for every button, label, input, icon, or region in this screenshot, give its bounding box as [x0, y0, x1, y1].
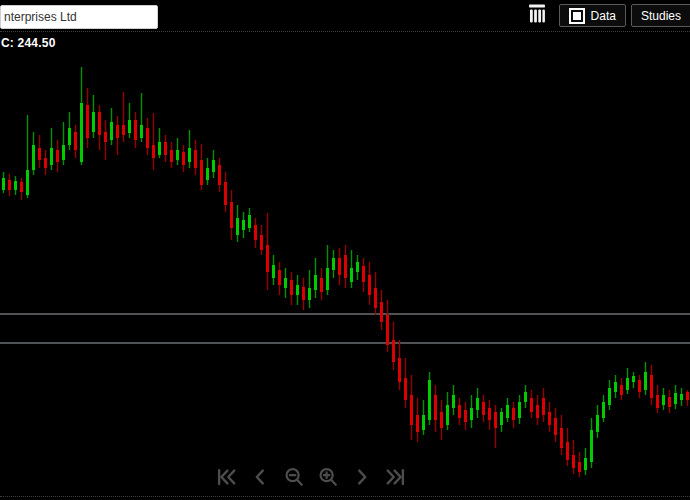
- data-toggle-button[interactable]: Data: [559, 4, 626, 27]
- skip-to-end-button[interactable]: [385, 464, 407, 490]
- chevron-right-icon: [351, 465, 373, 489]
- studies-button-label: Studies: [641, 9, 681, 23]
- skip-to-start-icon: [215, 465, 237, 489]
- zoom-out-icon: [283, 465, 305, 489]
- chart-application: C: 244.50 Data Stu: [0, 0, 690, 500]
- chevron-left-icon: [249, 465, 271, 489]
- bank-icon: [528, 3, 546, 28]
- skip-to-start-button[interactable]: [215, 464, 237, 490]
- symbol-input[interactable]: [0, 5, 158, 29]
- top-toolbar: Data Studies: [0, 0, 690, 32]
- toolbar-right-group: Data Studies: [528, 0, 690, 31]
- zoom-in-button[interactable]: [317, 464, 339, 490]
- chart-nav: [215, 464, 407, 490]
- checkbox-checked-icon: [569, 8, 585, 24]
- data-button-label: Data: [591, 9, 616, 23]
- bank-button[interactable]: [528, 3, 546, 28]
- skip-to-end-icon: [385, 465, 407, 489]
- bottom-divider: [0, 496, 690, 497]
- pan-left-button[interactable]: [249, 464, 271, 490]
- candles-layer[interactable]: [0, 0, 690, 500]
- studies-button[interactable]: Studies: [631, 4, 690, 27]
- zoom-out-button[interactable]: [283, 464, 305, 490]
- pan-right-button[interactable]: [351, 464, 373, 490]
- close-price-label: C: 244.50: [1, 36, 56, 50]
- zoom-in-icon: [317, 465, 339, 489]
